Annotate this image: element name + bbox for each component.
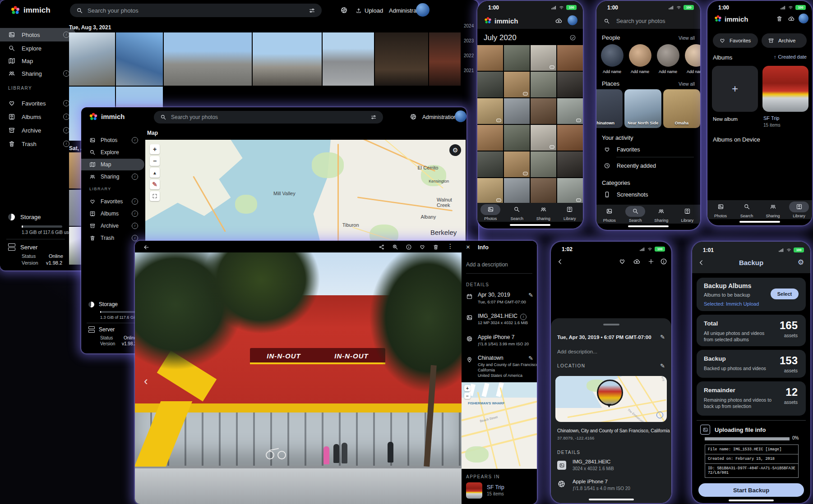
nav-tab-photos[interactable]: Photos [480, 204, 500, 221]
add-name-label[interactable]: Add name [631, 69, 649, 74]
photo-tile[interactable] [531, 151, 556, 177]
person-face[interactable] [601, 44, 624, 67]
nav-tab-sharing[interactable]: Sharing [651, 206, 671, 223]
nav-tab-library[interactable]: Library [677, 206, 697, 223]
avatar[interactable] [416, 3, 430, 17]
sidebar-item-sharing[interactable]: Sharingi [0, 67, 76, 80]
filter-sliders-icon[interactable] [370, 114, 377, 120]
delete-icon[interactable] [433, 244, 439, 250]
map-settings-button[interactable]: ⚙ [449, 144, 461, 156]
add-name-label[interactable]: Add name [687, 69, 700, 74]
attribution-icon[interactable] [656, 412, 663, 418]
search-input[interactable]: Search your photos [154, 111, 383, 124]
scrubber-year[interactable]: 2024 [464, 23, 474, 28]
person-face[interactable] [685, 44, 700, 67]
select-button[interactable]: Select [771, 289, 799, 299]
info-icon[interactable]: i [63, 100, 69, 106]
photo-tile[interactable] [531, 45, 556, 71]
back-icon[interactable] [556, 258, 564, 266]
info-icon[interactable]: i [132, 137, 138, 143]
sidebar-item-map[interactable]: Map [81, 159, 144, 170]
photo-tile[interactable] [429, 32, 461, 86]
nav-tab-photos[interactable]: Photos [600, 206, 619, 223]
filter-sliders-icon[interactable] [309, 7, 315, 14]
sidebar-item-trash[interactable]: Trashi [0, 137, 76, 151]
photo-tile[interactable] [504, 72, 530, 97]
map-zoom-in-button[interactable]: + [150, 144, 160, 154]
people-view-all[interactable]: View all [679, 35, 695, 41]
photo-tile[interactable] [557, 72, 583, 97]
info-icon[interactable]: i [63, 127, 69, 133]
info-icon[interactable]: i [63, 141, 69, 147]
sidebar-item-archive[interactable]: Archivei [0, 124, 76, 137]
info-icon[interactable]: i [132, 223, 138, 229]
sidebar-item-albums[interactable]: Albumsi [0, 110, 76, 124]
add-icon[interactable] [647, 258, 655, 265]
cloud-sync-icon[interactable] [555, 17, 563, 25]
back-icon[interactable] [143, 244, 150, 251]
map-zoom-out-button[interactable]: − [150, 156, 160, 166]
nav-tab-photos[interactable]: Photos [711, 202, 730, 218]
info-icon[interactable]: i [132, 235, 138, 241]
photo-tile[interactable] [477, 72, 503, 97]
home-indicator[interactable] [510, 224, 550, 226]
photo-tile[interactable] [557, 178, 583, 203]
description-input[interactable]: Add a description [466, 261, 508, 268]
info-icon[interactable]: i [63, 114, 69, 120]
start-backup-button[interactable]: Start Backup [698, 483, 804, 497]
activity-recently-added[interactable]: Recently added [604, 162, 656, 169]
nav-tab-library[interactable]: Library [789, 202, 809, 218]
places-view-all[interactable]: View all [679, 81, 695, 87]
photo-tile[interactable] [253, 32, 322, 86]
description-input[interactable]: Add description... [557, 349, 597, 354]
nav-tab-library[interactable]: Library [560, 204, 580, 221]
info-icon[interactable] [406, 244, 412, 250]
person-face[interactable] [629, 44, 651, 67]
location-mini-map[interactable]: FISHERMAN'S WHARF Beach Street + − [462, 382, 537, 469]
photo-tile[interactable] [477, 125, 503, 151]
info-icon[interactable]: i [132, 174, 138, 180]
file-info-icon[interactable]: i [520, 314, 527, 320]
sidebar-item-archive[interactable]: Archivei [81, 220, 144, 232]
select-all-icon[interactable] [569, 34, 576, 41]
administration-link[interactable]: Administration [422, 114, 457, 120]
scrubber-year[interactable]: 2021 [464, 68, 474, 73]
avatar[interactable] [568, 15, 577, 25]
sidebar-item-explore[interactable]: Explore [81, 147, 144, 158]
info-icon[interactable]: i [63, 32, 69, 38]
photo-tile[interactable] [323, 32, 374, 86]
cloud-sync-icon[interactable] [788, 15, 795, 23]
info-icon[interactable]: i [132, 198, 138, 205]
sidebar-item-sharing[interactable]: Sharingi [81, 171, 144, 183]
sidebar-item-photos[interactable]: Photosi [81, 134, 144, 146]
sidebar-item-map[interactable]: Map [0, 54, 76, 68]
photo-tile[interactable] [69, 32, 115, 86]
theme-toggle-icon[interactable] [340, 6, 348, 14]
more-options-icon[interactable]: ⋮ [447, 243, 453, 250]
home-indicator[interactable] [589, 499, 634, 500]
archive-button[interactable]: Archive [762, 33, 807, 48]
info-icon[interactable]: i [132, 211, 138, 217]
new-album-tile[interactable]: + [712, 66, 758, 112]
photo-tile[interactable] [477, 151, 503, 177]
theme-toggle-icon[interactable] [410, 113, 417, 120]
photo-tile[interactable] [164, 32, 252, 86]
map-draw-button[interactable]: ✎ [150, 179, 160, 189]
edit-date-icon[interactable]: ✎ [660, 334, 665, 340]
nav-tab-search[interactable]: Search [737, 202, 757, 218]
photo-tile[interactable] [531, 178, 556, 203]
photo-map-marker[interactable] [597, 380, 623, 406]
sidebar-item-explore[interactable]: Explore [0, 41, 76, 55]
photo-tile[interactable] [504, 178, 530, 203]
edit-location-icon[interactable]: ✎ [528, 355, 533, 362]
upload-cloud-icon[interactable] [633, 258, 641, 266]
add-name-label[interactable]: Add name [603, 69, 621, 74]
photo-tile[interactable] [477, 178, 503, 203]
photo-tile[interactable] [504, 151, 530, 177]
photo-stage[interactable]: IN-N-OUT IN-N-OUT ‹ [135, 252, 462, 504]
map-fullscreen-button[interactable] [150, 191, 160, 201]
album-name[interactable]: SF Trip [763, 115, 779, 121]
trash-icon[interactable] [776, 15, 783, 22]
photo-tile[interactable] [477, 45, 503, 71]
favorite-icon[interactable] [619, 258, 626, 265]
